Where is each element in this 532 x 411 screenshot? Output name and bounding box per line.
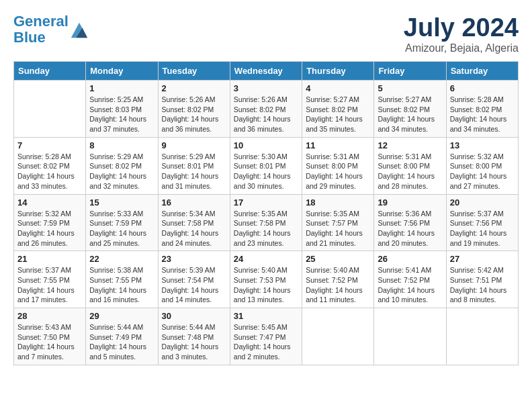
day-info: Sunrise: 5:29 AMSunset: 8:02 PMDaylight:…	[89, 152, 154, 191]
day-cell	[374, 308, 446, 365]
header-monday: Monday	[86, 62, 158, 81]
day-number: 19	[378, 197, 442, 208]
day-info: Sunrise: 5:27 AMSunset: 8:02 PMDaylight:…	[378, 95, 442, 134]
header-saturday: Saturday	[446, 62, 518, 81]
day-info: Sunrise: 5:30 AMSunset: 8:01 PMDaylight:…	[234, 152, 298, 191]
day-info: Sunrise: 5:38 AMSunset: 7:55 PMDaylight:…	[89, 265, 154, 305]
day-number: 28	[17, 311, 82, 321]
day-info: Sunrise: 5:34 AMSunset: 7:58 PMDaylight:…	[162, 209, 226, 248]
day-number: 3	[234, 83, 298, 93]
day-cell: 12Sunrise: 5:31 AMSunset: 8:00 PMDayligh…	[374, 137, 446, 194]
day-cell: 15Sunrise: 5:33 AMSunset: 7:59 PMDayligh…	[86, 194, 158, 251]
day-info: Sunrise: 5:35 AMSunset: 7:57 PMDaylight:…	[306, 209, 370, 248]
day-info: Sunrise: 5:26 AMSunset: 8:02 PMDaylight:…	[234, 95, 298, 134]
day-number: 21	[17, 254, 82, 264]
day-cell: 14Sunrise: 5:32 AMSunset: 7:59 PMDayligh…	[14, 194, 86, 251]
week-row-5: 28Sunrise: 5:43 AMSunset: 7:50 PMDayligh…	[14, 308, 519, 365]
day-cell: 1Sunrise: 5:25 AMSunset: 8:03 PMDaylight…	[86, 81, 158, 138]
header-thursday: Thursday	[302, 62, 374, 81]
day-number: 24	[234, 254, 298, 264]
header-row: SundayMondayTuesdayWednesdayThursdayFrid…	[14, 62, 519, 81]
day-number: 29	[89, 311, 154, 321]
day-cell: 29Sunrise: 5:44 AMSunset: 7:49 PMDayligh…	[86, 308, 158, 365]
day-info: Sunrise: 5:45 AMSunset: 7:47 PMDaylight:…	[234, 322, 298, 362]
day-info: Sunrise: 5:31 AMSunset: 8:00 PMDaylight:…	[378, 152, 442, 191]
calendar-table: SundayMondayTuesdayWednesdayThursdayFrid…	[13, 61, 519, 365]
day-info: Sunrise: 5:32 AMSunset: 8:00 PMDaylight:…	[450, 152, 515, 191]
day-cell	[14, 81, 86, 138]
day-cell: 16Sunrise: 5:34 AMSunset: 7:58 PMDayligh…	[158, 194, 230, 251]
week-row-3: 14Sunrise: 5:32 AMSunset: 7:59 PMDayligh…	[14, 194, 519, 251]
day-cell: 8Sunrise: 5:29 AMSunset: 8:02 PMDaylight…	[86, 137, 158, 194]
day-cell	[446, 308, 518, 365]
day-info: Sunrise: 5:27 AMSunset: 8:02 PMDaylight:…	[306, 95, 370, 134]
logo: General Blue	[13, 13, 89, 46]
day-cell: 11Sunrise: 5:31 AMSunset: 8:00 PMDayligh…	[302, 137, 374, 194]
day-info: Sunrise: 5:44 AMSunset: 7:49 PMDaylight:…	[89, 322, 154, 362]
day-info: Sunrise: 5:26 AMSunset: 8:02 PMDaylight:…	[162, 95, 226, 134]
day-cell: 22Sunrise: 5:38 AMSunset: 7:55 PMDayligh…	[86, 251, 158, 308]
week-row-4: 21Sunrise: 5:37 AMSunset: 7:55 PMDayligh…	[14, 251, 519, 308]
day-info: Sunrise: 5:36 AMSunset: 7:56 PMDaylight:…	[378, 209, 442, 248]
day-number: 13	[450, 140, 515, 150]
day-cell: 20Sunrise: 5:37 AMSunset: 7:56 PMDayligh…	[446, 194, 518, 251]
day-info: Sunrise: 5:28 AMSunset: 8:02 PMDaylight:…	[450, 95, 515, 134]
day-cell: 21Sunrise: 5:37 AMSunset: 7:55 PMDayligh…	[14, 251, 86, 308]
day-number: 11	[306, 140, 370, 150]
day-cell: 13Sunrise: 5:32 AMSunset: 8:00 PMDayligh…	[446, 137, 518, 194]
logo-line1: General	[13, 13, 69, 30]
day-cell	[302, 308, 374, 365]
day-number: 15	[89, 197, 154, 208]
day-cell: 10Sunrise: 5:30 AMSunset: 8:01 PMDayligh…	[230, 137, 302, 194]
day-number: 2	[162, 83, 226, 93]
subtitle: Amizour, Bejaia, Algeria	[404, 42, 519, 54]
day-info: Sunrise: 5:37 AMSunset: 7:55 PMDaylight:…	[17, 265, 82, 305]
day-number: 4	[306, 83, 370, 93]
day-info: Sunrise: 5:33 AMSunset: 7:59 PMDaylight:…	[89, 209, 154, 248]
day-number: 5	[378, 83, 442, 93]
day-cell: 24Sunrise: 5:40 AMSunset: 7:53 PMDayligh…	[230, 251, 302, 308]
main-title: July 2024	[404, 13, 519, 42]
header-tuesday: Tuesday	[158, 62, 230, 81]
day-cell: 3Sunrise: 5:26 AMSunset: 8:02 PMDaylight…	[230, 81, 302, 138]
day-number: 27	[450, 254, 515, 264]
day-cell: 19Sunrise: 5:36 AMSunset: 7:56 PMDayligh…	[374, 194, 446, 251]
day-info: Sunrise: 5:39 AMSunset: 7:54 PMDaylight:…	[162, 265, 226, 305]
week-row-2: 7Sunrise: 5:28 AMSunset: 8:02 PMDaylight…	[14, 137, 519, 194]
day-number: 8	[89, 140, 154, 150]
day-number: 1	[89, 83, 154, 93]
day-info: Sunrise: 5:37 AMSunset: 7:56 PMDaylight:…	[450, 209, 515, 248]
day-number: 14	[17, 197, 82, 208]
day-info: Sunrise: 5:32 AMSunset: 7:59 PMDaylight:…	[17, 209, 82, 248]
day-number: 23	[162, 254, 226, 264]
day-number: 12	[378, 140, 442, 150]
calendar-header: SundayMondayTuesdayWednesdayThursdayFrid…	[14, 62, 519, 81]
day-info: Sunrise: 5:40 AMSunset: 7:53 PMDaylight:…	[234, 265, 298, 305]
day-cell: 7Sunrise: 5:28 AMSunset: 8:02 PMDaylight…	[14, 137, 86, 194]
day-cell: 25Sunrise: 5:40 AMSunset: 7:52 PMDayligh…	[302, 251, 374, 308]
day-cell: 27Sunrise: 5:42 AMSunset: 7:51 PMDayligh…	[446, 251, 518, 308]
header-wednesday: Wednesday	[230, 62, 302, 81]
week-row-1: 1Sunrise: 5:25 AMSunset: 8:03 PMDaylight…	[14, 81, 519, 138]
day-number: 25	[306, 254, 370, 264]
day-info: Sunrise: 5:44 AMSunset: 7:48 PMDaylight:…	[162, 322, 226, 362]
day-info: Sunrise: 5:40 AMSunset: 7:52 PMDaylight:…	[306, 265, 370, 305]
day-number: 17	[234, 197, 298, 208]
day-number: 26	[378, 254, 442, 264]
day-cell: 26Sunrise: 5:41 AMSunset: 7:52 PMDayligh…	[374, 251, 446, 308]
day-cell: 6Sunrise: 5:28 AMSunset: 8:02 PMDaylight…	[446, 81, 518, 138]
day-cell: 23Sunrise: 5:39 AMSunset: 7:54 PMDayligh…	[158, 251, 230, 308]
page-header: General Blue July 2024 Amizour, Bejaia, …	[13, 13, 519, 54]
logo-icon	[70, 20, 89, 39]
day-info: Sunrise: 5:35 AMSunset: 7:58 PMDaylight:…	[234, 209, 298, 248]
day-number: 22	[89, 254, 154, 264]
header-sunday: Sunday	[14, 62, 86, 81]
header-friday: Friday	[374, 62, 446, 81]
day-number: 18	[306, 197, 370, 208]
day-number: 16	[162, 197, 226, 208]
day-number: 31	[234, 311, 298, 321]
day-info: Sunrise: 5:29 AMSunset: 8:01 PMDaylight:…	[162, 152, 226, 191]
day-number: 9	[162, 140, 226, 150]
day-cell: 31Sunrise: 5:45 AMSunset: 7:47 PMDayligh…	[230, 308, 302, 365]
logo-line2: Blue	[13, 29, 46, 46]
